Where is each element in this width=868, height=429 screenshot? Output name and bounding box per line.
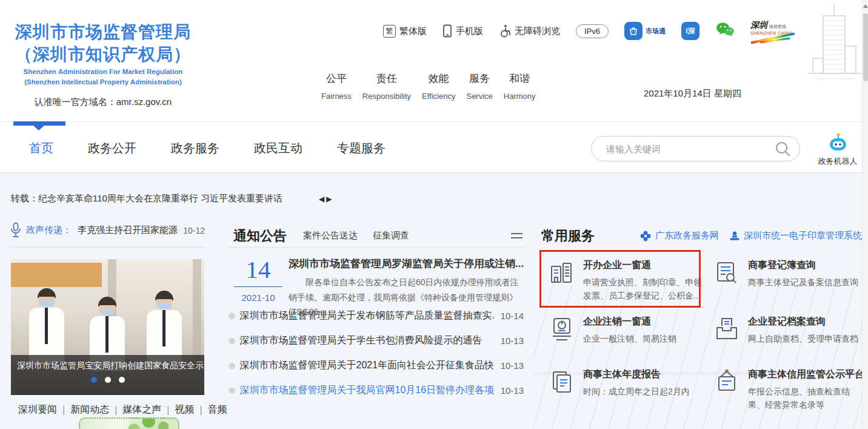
promo-banner[interactable] <box>79 417 179 429</box>
deregister-icon <box>549 316 575 359</box>
photo-decoration <box>11 263 102 287</box>
site-header: 深圳市市场监督管理局 （深圳市知识产权局） Shenzhen Administr… <box>0 0 862 121</box>
ticker-prev-icon[interactable]: ◀ <box>319 195 324 203</box>
featured-notice-date: 14 2021-10 <box>234 257 282 303</box>
logo-title-cn-1: 深圳市市场监督管理局 <box>15 21 191 43</box>
notices-header: 通知公告 案件公告送达 征集调查 <box>227 225 524 248</box>
traditional-label: 繁体版 <box>399 25 427 37</box>
photo-person <box>145 291 183 365</box>
building-sketch-decoration <box>805 2 866 96</box>
site-logo[interactable]: 深圳市市场监督管理局 （深圳市知识产权局） Shenzhen Administr… <box>15 21 191 108</box>
mobile-label: 手机版 <box>456 25 483 37</box>
site-search <box>591 136 800 161</box>
photo-decoration <box>193 259 201 368</box>
service-archive-lookup[interactable]: 企业登记档案查询 网上自助查档、受理申请查档 <box>705 306 862 359</box>
service-open-business[interactable]: 开办企业一窗通 申请营业执照、刻制印章、申领发票、员工参保登记、公积金... <box>540 250 705 306</box>
featured-divider <box>234 286 282 287</box>
logo-title-en-1: Shenzhen Administration For Market Regul… <box>15 67 191 76</box>
mobile-version-link[interactable]: 手机版 <box>442 24 483 38</box>
scroll-up-icon[interactable] <box>863 4 868 8</box>
photo-person <box>28 288 65 362</box>
nav-item-home[interactable]: 首页 <box>29 140 53 157</box>
carousel-dot-1[interactable] <box>91 377 97 383</box>
eseal-system-link[interactable]: 深圳市统一电子印章管理系统 <box>729 230 862 242</box>
gov-robot-button[interactable]: 政务机器人 <box>816 133 860 167</box>
wechat-link[interactable] <box>715 22 735 41</box>
news-link-media[interactable]: 媒体之声 <box>122 404 161 416</box>
gov-voice-date: 10-12 <box>183 226 205 235</box>
notice-list: ◎ 深圳市市场监督管理局关于发布钢筋等产品质量监督抽查实... 10-14 ◎ … <box>227 308 524 408</box>
market-app-link[interactable]: 市场通 <box>624 22 666 40</box>
ticker-headline[interactable]: 转载：纪念辛亥革命110周年大会在京隆重举行 习近平发表重要讲话 <box>11 193 282 204</box>
news-link-shenzhen[interactable]: 深圳要闻 <box>18 404 57 416</box>
value-responsibility: 责任 Responsibility <box>362 72 411 101</box>
robot-icon <box>827 133 848 152</box>
accessibility-link[interactable]: 无障碍浏览 <box>499 24 560 38</box>
logo-title-cn-2: （深圳市知识产权局） <box>15 43 191 66</box>
notices-more-icon[interactable] <box>511 231 522 241</box>
carousel-dot-3[interactable] <box>119 377 125 383</box>
value-harmony: 和谐 Harmony <box>504 72 536 101</box>
register-search-icon <box>713 259 740 306</box>
guangdong-portal-link[interactable]: 广东政务服务网 <box>639 230 719 242</box>
bullet-icon: ◎ <box>229 336 235 345</box>
page: 深圳市市场监督管理局 （深圳市知识产权局） Shenzhen Administr… <box>0 0 868 429</box>
headline-ticker: 转载：纪念辛亥革命110周年大会在京隆重举行 习近平发表重要讲话 ◀ ▶ <box>11 193 429 204</box>
featured-notice-title[interactable]: 深圳市市场监督管理局罗湖监管局关于停用或注销... <box>289 257 524 271</box>
carousel-dot-2[interactable] <box>105 377 111 383</box>
annual-report-icon <box>549 368 575 412</box>
search-input[interactable] <box>605 143 775 155</box>
notice-item[interactable]: ◎ 深圳市市场监督管理局关于学生书包消费风险提示的通告 10-13 <box>227 333 524 348</box>
ishenzhen-app-link[interactable]: i深 <box>681 22 699 40</box>
bullet-icon: ◎ <box>229 311 235 320</box>
notice-item[interactable]: ◎ 深圳市市场监督管理局关于发布钢筋等产品质量监督抽查实... 10-14 <box>227 308 524 323</box>
nav-item-gov-services[interactable]: 政务服务 <box>171 140 219 157</box>
nav-item-interaction[interactable]: 政民互动 <box>254 140 302 157</box>
carousel-caption-bar: 深圳市市场监管局宝安局打响创建国家食品安全示范... <box>11 355 204 395</box>
shenzhen-logo-cn: 深圳 <box>750 21 767 30</box>
carousel-dots <box>11 377 204 383</box>
wheelchair-icon <box>499 24 511 38</box>
current-date: 2021年10月14日 星期四 <box>644 88 741 100</box>
notice-item[interactable]: ◎ 深圳市市场监督管理局关于我局官网10月16日暂停办理各项... 10-13 <box>227 383 524 397</box>
news-photo-carousel[interactable]: 深圳市市场监管局宝安局打响创建国家食品安全示范... <box>11 259 204 395</box>
notices-title: 通知公告 <box>233 227 287 245</box>
market-app-label: 市场通 <box>646 27 666 36</box>
nav-item-gov-disclosure[interactable]: 政务公开 <box>88 140 136 157</box>
news-link-video[interactable]: 视频 <box>175 404 194 416</box>
logo-title-en-2: (Shenzhen Intellectual Property Administ… <box>15 78 191 86</box>
tab-case-announcements[interactable]: 案件公告送达 <box>303 230 358 242</box>
company-icon <box>549 259 575 306</box>
news-link-audio[interactable]: 音频 <box>208 404 227 416</box>
notice-item[interactable]: ◎ 深圳市市场监督管理局关于2021年面向社会公开征集食品快... 10-13 <box>227 358 524 373</box>
shenzhen-logo-sub: 政府在线 <box>769 24 786 29</box>
microphone-icon <box>10 222 22 238</box>
service-annual-report[interactable]: 商事主体年度报告 时间：成立周年之日起2月内 <box>540 359 705 412</box>
core-values: 公平 Fairness 责任 Responsibility 效能 Efficie… <box>321 72 536 101</box>
bullet-icon: ◎ <box>229 361 235 370</box>
news-link-updates[interactable]: 新闻动态 <box>70 404 109 416</box>
gov-voice-label[interactable]: 政声传递： <box>26 225 72 236</box>
news-category-links: 深圳要闻 | 新闻动态 | 媒体之声 | 视频 | 音频 <box>18 404 227 416</box>
ipv6-link[interactable]: IPv6 <box>576 24 609 38</box>
official-domain-note: 认准唯一官方域名：amr.sz.gov.cn <box>15 96 191 108</box>
carousel-caption[interactable]: 深圳市市场监管局宝安局打响创建国家食品安全示范... <box>11 355 204 371</box>
bullet-icon: ◎ <box>229 386 235 394</box>
search-icon[interactable] <box>775 141 791 157</box>
service-register-lookup[interactable]: 商事登记簿查询 商事主体登记及备案信息查询 <box>705 250 862 306</box>
accessibility-label: 无障碍浏览 <box>515 25 560 37</box>
gov-voice-headline[interactable]: 李克强主持召开国家能源委... <box>78 225 178 236</box>
featured-month: 2021-10 <box>234 292 282 303</box>
service-credit-platform[interactable]: 商事主体信用监管公示平台 年报公示信息、抽查检查结果、经营异常名录等 <box>705 359 862 412</box>
tab-public-consultation[interactable]: 征集调查 <box>373 230 409 242</box>
scrollbar-thumb[interactable] <box>863 13 868 81</box>
nav-item-special-topics[interactable]: 专题服务 <box>337 140 386 157</box>
market-app-icon <box>624 22 643 40</box>
service-deregistration[interactable]: 企业注销一窗通 企业一般注销、简易注销 <box>540 306 705 359</box>
shenzhen-china-logo[interactable]: 深圳 政府在线 SHENZHEN CHINA <box>750 21 795 41</box>
flower-icon <box>639 230 652 242</box>
ipv6-badge: IPv6 <box>576 24 609 38</box>
traditional-chinese-link[interactable]: 繁 繁体版 <box>383 25 427 38</box>
ticker-next-icon[interactable]: ▶ <box>326 195 332 203</box>
value-fairness: 公平 Fairness <box>321 72 352 101</box>
